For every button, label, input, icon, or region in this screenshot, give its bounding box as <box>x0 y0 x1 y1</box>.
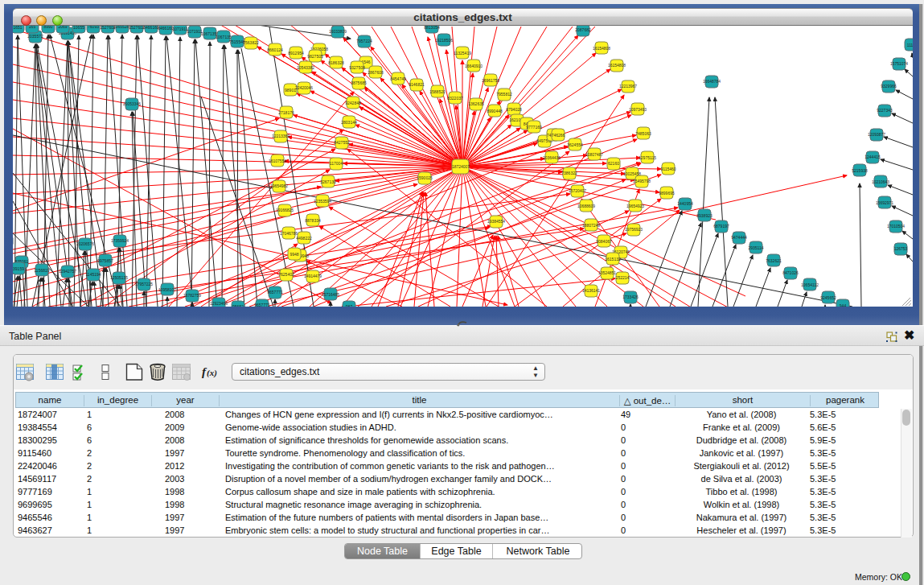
svg-text:76093: 76093 <box>88 26 99 29</box>
svg-text:7386322: 7386322 <box>561 171 577 175</box>
svg-text:1362635: 1362635 <box>468 101 484 106</box>
svg-text:8454749: 8454749 <box>390 76 406 81</box>
svg-text:4498222: 4498222 <box>296 236 312 241</box>
svg-text:2087682: 2087682 <box>575 27 591 32</box>
svg-text:10973493: 10973493 <box>629 107 647 112</box>
svg-text:19756923: 19756923 <box>625 227 643 232</box>
svg-text:7625402: 7625402 <box>278 272 294 277</box>
svg-text:3267130: 3267130 <box>320 179 336 184</box>
svg-text:2069: 2069 <box>58 26 67 29</box>
svg-text:9242848: 9242848 <box>345 101 361 105</box>
svg-text:19654923: 19654923 <box>626 204 644 208</box>
svg-text:16640910: 16640910 <box>465 64 483 68</box>
svg-text:9899695: 9899695 <box>659 191 675 196</box>
svg-text:16154808: 16154808 <box>593 46 610 51</box>
svg-text:9975857: 9975857 <box>97 258 113 263</box>
svg-text:9329966: 9329966 <box>881 84 897 89</box>
svg-text:9777169: 9777169 <box>526 125 542 130</box>
svg-text:6879197: 6879197 <box>713 224 729 229</box>
svg-text:10958107: 10958107 <box>158 287 176 292</box>
svg-text:10807487: 10807487 <box>585 152 603 157</box>
svg-text:1156819: 1156819 <box>34 268 49 273</box>
svg-text:5215938: 5215938 <box>852 168 868 173</box>
svg-text:16107554: 16107554 <box>269 159 286 163</box>
svg-text:10210643: 10210643 <box>872 179 889 184</box>
svg-text:9115460: 9115460 <box>660 167 676 171</box>
svg-text:17957225: 17957225 <box>135 282 153 286</box>
svg-text:15751074: 15751074 <box>890 61 908 66</box>
svg-text:9948: 9948 <box>290 252 298 257</box>
svg-text:117004: 117004 <box>330 161 343 166</box>
svg-text:16961758: 16961758 <box>482 78 499 83</box>
svg-text:19218506: 19218506 <box>435 38 453 43</box>
svg-text:8186328: 8186328 <box>328 60 344 65</box>
svg-text:22420046: 22420046 <box>295 85 313 90</box>
svg-text:12942757: 12942757 <box>59 269 76 274</box>
svg-text:1590025: 1590025 <box>417 175 433 180</box>
svg-text:2803144: 2803144 <box>341 120 357 125</box>
svg-text:10543382: 10543382 <box>297 65 314 70</box>
svg-text:2867608: 2867608 <box>368 70 384 75</box>
svg-text:8938923: 8938923 <box>696 213 713 218</box>
svg-text:15495798: 15495798 <box>633 179 651 183</box>
svg-text:11325419: 11325419 <box>454 51 471 56</box>
svg-text:1440954: 1440954 <box>677 201 693 206</box>
svg-text:16782759: 16782759 <box>183 293 201 298</box>
svg-text:2035572: 2035572 <box>27 34 43 39</box>
svg-text:7485063: 7485063 <box>635 131 651 136</box>
svg-text:12505135: 12505135 <box>110 275 128 280</box>
svg-text:16154808: 16154808 <box>608 63 626 68</box>
svg-text:9146821: 9146821 <box>409 82 425 87</box>
svg-text:6466160: 6466160 <box>143 26 159 30</box>
svg-text:9227343: 9227343 <box>877 108 893 113</box>
svg-text:17046786: 17046786 <box>280 231 298 236</box>
svg-text:1112: 1112 <box>907 43 913 47</box>
svg-text:9474444: 9474444 <box>731 235 747 240</box>
svg-text:1244415: 1244415 <box>864 154 881 159</box>
svg-text:62160: 62160 <box>608 161 619 166</box>
svg-text:2718176: 2718176 <box>278 110 294 115</box>
svg-text:19654982: 19654982 <box>270 183 288 188</box>
svg-text:9657771: 9657771 <box>267 290 283 295</box>
svg-text:126753: 126753 <box>894 246 908 251</box>
svg-text:1071911: 1071911 <box>172 27 187 31</box>
svg-text:12213967: 12213967 <box>619 84 637 89</box>
svg-text:16033809: 16033809 <box>329 29 347 34</box>
svg-text:8878334: 8878334 <box>305 218 321 223</box>
svg-text:3875685: 3875685 <box>351 80 367 85</box>
svg-text:12353594: 12353594 <box>314 199 331 204</box>
svg-text:10655: 10655 <box>73 26 84 30</box>
svg-text:1071911: 1071911 <box>187 29 202 34</box>
svg-text:14914479: 14914479 <box>304 274 322 278</box>
svg-text:9327508: 9327508 <box>349 65 365 70</box>
svg-text:15692971: 15692971 <box>876 200 893 205</box>
svg-text:746266: 746266 <box>552 133 565 138</box>
svg-text:10688609: 10688609 <box>577 204 595 208</box>
svg-text:12923466: 12923466 <box>210 301 228 306</box>
svg-text:7632621: 7632621 <box>766 258 782 263</box>
svg-text:19384554: 19384554 <box>487 219 505 224</box>
svg-text:(x): (x) <box>207 368 217 378</box>
svg-text:7955812: 7955812 <box>496 92 512 97</box>
svg-text:3624554: 3624554 <box>567 142 583 147</box>
svg-text:1733426: 1733426 <box>622 295 639 299</box>
svg-text:10654112: 10654112 <box>801 282 819 287</box>
svg-text:8990: 8990 <box>43 26 52 29</box>
svg-text:17359924: 17359924 <box>111 238 129 243</box>
svg-text:252214: 252214 <box>616 275 630 280</box>
svg-text:95652: 95652 <box>232 304 244 307</box>
svg-text:1588520: 1588520 <box>429 89 446 94</box>
svg-text:14136141: 14136141 <box>582 288 600 293</box>
svg-text:18807249: 18807249 <box>582 223 600 228</box>
svg-text:8660124: 8660124 <box>267 47 283 52</box>
svg-text:9827505: 9827505 <box>307 54 323 59</box>
svg-text:165: 165 <box>29 26 36 29</box>
svg-text:8912954: 8912954 <box>288 51 304 56</box>
svg-text:12975115: 12975115 <box>639 155 656 160</box>
svg-text:20053346: 20053346 <box>123 101 141 106</box>
svg-text:1651: 1651 <box>13 26 22 30</box>
svg-text:1527602: 1527602 <box>129 26 145 30</box>
svg-text:13524851: 13524851 <box>598 270 616 275</box>
svg-text:17010504: 17010504 <box>887 224 905 229</box>
svg-text:12093877: 12093877 <box>868 132 885 137</box>
